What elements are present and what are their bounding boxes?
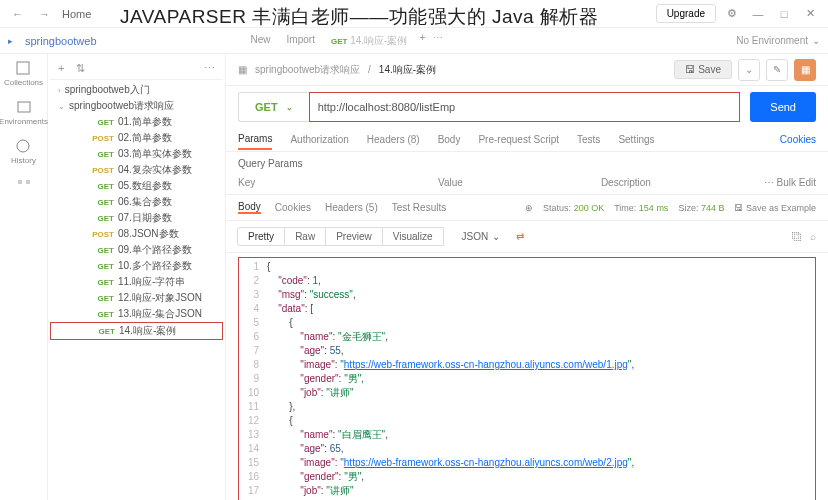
folder-root[interactable]: › springbootweb入门 (50, 82, 223, 98)
view-visualize[interactable]: Visualize (382, 227, 444, 246)
svg-rect-4 (26, 180, 30, 184)
status-label: Status: 200 OK (543, 203, 604, 213)
chevron-down-icon: ⌄ (812, 35, 820, 46)
sidebar-item-3[interactable]: POST04.复杂实体参数 (50, 162, 223, 178)
sidebar-item-8[interactable]: GET09.单个路径参数 (50, 242, 223, 258)
add-icon[interactable]: + (58, 62, 64, 75)
tab-params[interactable]: Params (238, 129, 272, 150)
back-icon[interactable]: ← (8, 6, 27, 22)
wrap-icon[interactable]: ⇄ (516, 231, 524, 242)
sidebar-item-6[interactable]: GET07.日期参数 (50, 210, 223, 226)
response-tabs: Body Cookies Headers (5) Test Results ⊕ … (226, 195, 828, 221)
save-example-button[interactable]: 🖫 Save as Example (734, 203, 816, 213)
overlay-title: JAVAPARSER 丰满白老师——功能强大的 Java 解析器 (120, 4, 598, 30)
sidebar-item-0[interactable]: GET01.简单参数 (50, 114, 223, 130)
resp-tab-headers[interactable]: Headers (5) (325, 202, 378, 213)
breadcrumb-folder[interactable]: springbootweb请求响应 (255, 63, 360, 77)
filter-icon[interactable]: ⇅ (76, 62, 85, 75)
cookies-link[interactable]: Cookies (780, 134, 816, 145)
ws-chevron-icon[interactable]: ▸ (8, 36, 13, 46)
share-icon[interactable]: ✎ (766, 59, 788, 81)
query-params-table: Key Value Description ⋯ Bulk Edit (226, 175, 828, 195)
rail-collections[interactable]: Collections (4, 60, 43, 87)
tab-tests[interactable]: Tests (577, 130, 600, 149)
svg-rect-0 (17, 62, 29, 74)
tab-new[interactable]: New (247, 32, 275, 50)
search-icon[interactable]: ⌕ (810, 231, 816, 242)
tab-import[interactable]: Import (283, 32, 319, 50)
format-selector[interactable]: JSON ⌄ (454, 229, 509, 244)
svg-rect-3 (18, 180, 22, 184)
rail-history[interactable]: History (11, 138, 36, 165)
view-raw[interactable]: Raw (284, 227, 326, 246)
chevron-down-icon: ⌄ (286, 103, 293, 112)
send-button[interactable]: Send (750, 92, 816, 122)
folder-icon: ▦ (238, 64, 247, 75)
resp-tab-body[interactable]: Body (238, 201, 261, 214)
close-icon[interactable]: ✕ (800, 4, 820, 24)
save-button[interactable]: 🖫 Save (674, 60, 732, 79)
save-dropdown-icon[interactable]: ⌄ (738, 59, 760, 81)
time-label: Time: 154 ms (614, 203, 668, 213)
svg-rect-1 (18, 102, 30, 112)
breadcrumb-current: 14.响应-案例 (379, 63, 436, 77)
col-desc: Description (601, 177, 764, 188)
more-icon[interactable]: ⋯ (204, 62, 215, 75)
sidebar-item-10[interactable]: GET11.响应-字符串 (50, 274, 223, 290)
environment-selector[interactable]: No Environment⌄ (736, 35, 820, 46)
tab-auth[interactable]: Authorization (290, 130, 348, 149)
status-globe-icon[interactable]: ⊕ (525, 203, 533, 213)
rail-environments[interactable]: Environments (0, 99, 48, 126)
sidebar-item-11[interactable]: GET12.响应-对象JSON (50, 290, 223, 306)
sidebar-item-2[interactable]: GET03.简单实体参数 (50, 146, 223, 162)
upgrade-button[interactable]: Upgrade (656, 4, 716, 23)
tab-headers[interactable]: Headers (8) (367, 130, 420, 149)
query-params-title: Query Params (226, 152, 828, 175)
col-value: Value (438, 177, 601, 188)
svg-point-2 (17, 140, 29, 152)
sidebar: + ⇅ ⋯ › springbootweb入门⌄ springbootweb请求… (48, 54, 226, 500)
col-key: Key (238, 177, 438, 188)
workspace-bar: ▸ springbootweb New Import GET 14.响应-案例 … (0, 28, 828, 54)
view-pretty[interactable]: Pretty (237, 227, 285, 246)
add-tab-icon[interactable]: + (419, 32, 425, 50)
sidebar-item-9[interactable]: GET10.多个路径参数 (50, 258, 223, 274)
tab-more-icon[interactable]: ⋯ (433, 32, 443, 50)
folder-req[interactable]: ⌄ springbootweb请求响应 (50, 98, 223, 114)
sidebar-item-7[interactable]: POST08.JSON参数 (50, 226, 223, 242)
minimize-icon[interactable]: — (748, 4, 768, 24)
bell-icon[interactable]: ⚙ (722, 4, 742, 24)
url-input[interactable] (309, 92, 741, 122)
content-area: ▦ springbootweb请求响应 / 14.响应-案例 🖫 Save ⌄ … (226, 54, 828, 500)
left-rail: Collections Environments History (0, 54, 48, 500)
sidebar-item-12[interactable]: GET13.响应-集合JSON (50, 306, 223, 322)
copy-icon[interactable]: ⿻ (792, 231, 802, 242)
sidebar-item-5[interactable]: GET06.集合参数 (50, 194, 223, 210)
tab-prerequest[interactable]: Pre-request Script (478, 130, 559, 149)
resp-tab-tests[interactable]: Test Results (392, 202, 446, 213)
response-body[interactable]: 1{2 "code": 1,3 "msg": "success",4 "data… (238, 257, 816, 500)
home-link[interactable]: Home (62, 8, 91, 20)
rail-more[interactable] (16, 177, 32, 193)
maximize-icon[interactable]: □ (774, 4, 794, 24)
request-tabs: Params Authorization Headers (8) Body Pr… (226, 128, 828, 152)
view-preview[interactable]: Preview (325, 227, 383, 246)
tab-body[interactable]: Body (438, 130, 461, 149)
forward-icon[interactable]: → (35, 6, 54, 22)
comment-icon[interactable]: ▦ (794, 59, 816, 81)
resp-tab-cookies[interactable]: Cookies (275, 202, 311, 213)
open-tab[interactable]: GET 14.响应-案例 (327, 32, 411, 50)
sidebar-item-4[interactable]: GET05.数组参数 (50, 178, 223, 194)
sidebar-item-13[interactable]: GET14.响应-案例 (50, 322, 223, 340)
workspace-name[interactable]: springbootweb (25, 35, 97, 47)
tab-settings[interactable]: Settings (618, 130, 654, 149)
method-selector[interactable]: GET⌄ (238, 92, 309, 122)
bulk-edit-link[interactable]: ⋯ Bulk Edit (764, 177, 816, 188)
size-label: Size: 744 B (678, 203, 724, 213)
sidebar-item-1[interactable]: POST02.简单参数 (50, 130, 223, 146)
